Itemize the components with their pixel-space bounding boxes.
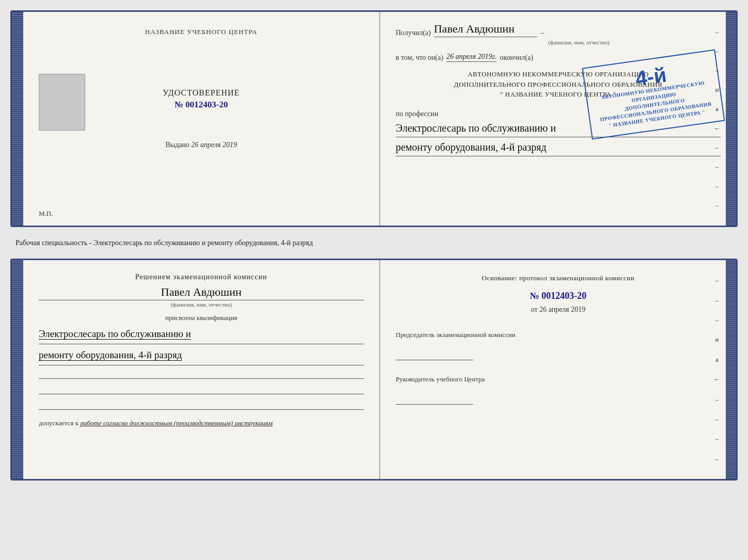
- middle-text: Рабочая специальность - Электрослесарь п…: [10, 235, 738, 250]
- dopuskaetsya-block: допускается к работе согласно должностны…: [39, 419, 364, 427]
- underline-row-1: [39, 367, 364, 379]
- prisvoyena-text: присвоена квалификация: [39, 314, 364, 322]
- profession-line2: ремонту оборудования, 4-й разряд: [396, 139, 721, 156]
- left-page-bottom: Решением экаменационной комиссии Павел А…: [23, 260, 380, 479]
- vydano-date: 26 апреля 2019: [191, 141, 237, 149]
- left-spine: [12, 12, 23, 226]
- rukovoditel-block: Руководитель учебного Центра: [396, 375, 721, 413]
- org-line3: " НАЗВАНИЕ УЧЕБНОГО ЦЕНТРА ": [396, 89, 721, 100]
- ot-date: от 26 апреля 2019: [396, 306, 721, 314]
- vtom-date: 26 апреля 2019г.: [446, 53, 496, 62]
- predsedatel-signature-line: [396, 351, 473, 360]
- dopuskaetsya-prefix: допускается к: [39, 419, 79, 427]
- right-spine-top: [726, 12, 736, 226]
- right-page-top: 4-й АВТОНОМНУЮ НЕКОММЕРЧЕСКУЮ ОРГАНИЗАЦИ…: [380, 12, 736, 226]
- rukovoditel-title: Руководитель учебного Центра: [396, 375, 721, 384]
- left-spine-bottom: [12, 260, 23, 479]
- vtom-label: в том, что он(а): [396, 54, 443, 62]
- training-center-title: НАЗВАНИЕ УЧЕБНОГО ЦЕНТРА: [145, 27, 257, 37]
- right-page-bottom: Основание: протокол экзаменационной коми…: [380, 260, 736, 479]
- profession-line1: Электрослесарь по обслуживанию и: [396, 120, 721, 137]
- qual-line2: ремонту оборудования, 4-й разряд: [39, 346, 364, 365]
- udostoverenie-number: № 0012403-20: [163, 100, 240, 110]
- org-lines: АВТОНОМНУЮ НЕКОММЕРЧЕСКУЮ ОРГАНИЗАЦИЮ ДО…: [396, 69, 721, 100]
- recipient-name-top: Павел Авдюшин: [434, 22, 537, 37]
- fio-hint-top: (фамилия, имя, отчество): [396, 39, 721, 45]
- vydano-line: Выдано 26 апреля 2019: [165, 141, 237, 149]
- right-decorative-chars: – – – и а ← – – – –: [709, 12, 725, 226]
- left-page-top: НАЗВАНИЕ УЧЕБНОГО ЦЕНТРА УДОСТОВЕРЕНИЕ №…: [23, 12, 380, 226]
- right-spine-bottom: [726, 260, 736, 479]
- name-bottom: Павел Авдюшин: [39, 285, 364, 300]
- predsedatel-title: Председатель экзаменационной комиссии: [396, 330, 721, 340]
- fio-hint-bottom: (фамилия, имя, отчество): [39, 301, 364, 308]
- predsedatel-block: Председатель экзаменационной комиссии: [396, 330, 721, 369]
- osnovanie-text: Основание: протокол экзаменационной коми…: [396, 273, 721, 283]
- mp-label: М.П.: [39, 210, 53, 218]
- dopuskaetsya-italic: работе согласно должностным (производств…: [80, 419, 272, 427]
- underline-row-2: [39, 383, 364, 394]
- reshenie-title: Решением экаменационной комиссии: [39, 273, 364, 281]
- udostoverenie-block: УДОСТОВЕРЕНИЕ № 0012403-20: [163, 88, 240, 125]
- top-document: НАЗВАНИЕ УЧЕБНОГО ЦЕНТРА УДОСТОВЕРЕНИЕ №…: [10, 10, 738, 227]
- right-decorative-chars-bottom: – – – и а ← – – – –: [709, 260, 725, 479]
- underline-row-3: [39, 398, 364, 410]
- okончил-label: окончил(а): [500, 54, 533, 62]
- poluchil-line: Получил(а) Павел Авдюшин –: [396, 22, 721, 37]
- qual-line1: Электрослесарь по обслуживанию и: [39, 325, 364, 344]
- profession-label: по профессии: [396, 110, 721, 118]
- org-line2: ДОПОЛНИТЕЛЬНОГО ПРОФЕССИОНАЛЬНОГО ОБРАЗО…: [396, 79, 721, 90]
- page-wrapper: НАЗВАНИЕ УЧЕБНОГО ЦЕНТРА УДОСТОВЕРЕНИЕ №…: [10, 10, 738, 481]
- rukovoditel-signature-line: [396, 395, 473, 405]
- poluchil-label: Получил(а): [396, 29, 431, 37]
- photo-placeholder: [39, 74, 85, 131]
- bottom-document: Решением экаменационной комиссии Павел А…: [10, 259, 738, 481]
- protocol-number: № 0012403-20: [396, 291, 721, 301]
- org-line1: АВТОНОМНУЮ НЕКОММЕРЧЕСКУЮ ОРГАНИЗАЦИЮ: [396, 69, 721, 79]
- vtom-line: в том, что он(а) 26 апреля 2019г. окончи…: [396, 53, 721, 62]
- udostoverenie-label: УДОСТОВЕРЕНИЕ: [163, 88, 240, 98]
